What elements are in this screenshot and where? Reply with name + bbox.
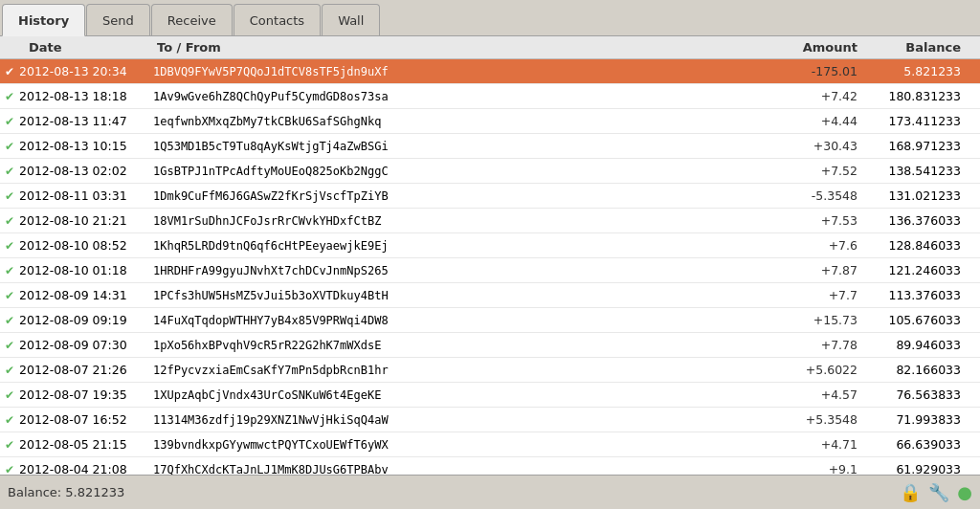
tx-balance: 168.971233 xyxy=(865,139,980,153)
tx-balance: 136.376033 xyxy=(865,213,980,228)
column-headers: Date To / From Amount Balance xyxy=(0,36,980,59)
tx-date: 2012-08-07 19:35 xyxy=(19,387,153,402)
table-row[interactable]: ✔2012-08-09 14:311PCfs3hUW5HsMZ5vJui5b3o… xyxy=(0,283,980,308)
tx-amount: +7.78 xyxy=(698,338,865,352)
tx-date: 2012-08-09 14:31 xyxy=(19,288,153,302)
lock-icon[interactable]: 🔒 xyxy=(900,482,921,502)
table-row[interactable]: ✔2012-08-11 03:311Dmk9CuFfM6J6GASwZ2fKrS… xyxy=(0,184,980,209)
tx-amount: +7.7 xyxy=(698,288,865,302)
tx-amount: -5.3548 xyxy=(698,188,865,203)
table-row[interactable]: ✔2012-08-13 02:021GsBTPJ1nTPcAdftyMoUEoQ… xyxy=(0,159,980,184)
check-icon: ✔ xyxy=(0,140,19,153)
tx-balance: 76.563833 xyxy=(865,387,980,402)
tx-balance: 128.846033 xyxy=(865,238,980,253)
settings-icon[interactable]: 🔧 xyxy=(928,482,949,502)
tx-amount: +7.6 xyxy=(698,238,865,253)
tx-address: 17QfXhCXdcKTaJnLJ1MmK8DJUsG6TPBAbv xyxy=(153,463,698,476)
tx-date: 2012-08-04 21:08 xyxy=(19,462,153,475)
table-row[interactable]: ✔2012-08-07 19:351XUpzAqbCjVndx43UrCoSNK… xyxy=(0,383,980,408)
tx-address: 1HRDHFrA99gyuJNvhXt7chDCvJnmNpS265 xyxy=(153,264,698,277)
tx-amount: +7.52 xyxy=(698,164,865,178)
tx-date: 2012-08-10 21:21 xyxy=(19,213,153,228)
check-icon: ✔ xyxy=(0,413,19,427)
tx-amount: +15.73 xyxy=(698,313,865,327)
table-row[interactable]: ✔2012-08-13 18:181Av9wGve6hZ8QChQyPuf5Cy… xyxy=(0,84,980,109)
tx-date: 2012-08-13 20:34 xyxy=(19,64,153,78)
date-column-header: Date xyxy=(0,40,153,55)
tx-date: 2012-08-07 21:26 xyxy=(19,363,153,377)
tx-address: 1PCfs3hUW5HsMZ5vJui5b3oXVTDkuy4BtH xyxy=(153,289,698,302)
status-bar: Balance: 5.821233 🔒 🔧 ● xyxy=(0,475,980,509)
tx-amount: +9.1 xyxy=(698,462,865,475)
tx-amount: +4.57 xyxy=(698,387,865,402)
tx-address: 1GsBTPJ1nTPcAdftyMoUEoQ825oKb2NggC xyxy=(153,165,698,178)
tx-address: 1pXo56hxBPvqhV9cR5rR22G2hK7mWXdsE xyxy=(153,339,698,352)
table-row[interactable]: ✔2012-08-07 16:5211314M36zdfj19p29XNZ1Nw… xyxy=(0,408,980,432)
table-row[interactable]: ✔2012-08-10 01:181HRDHFrA99gyuJNvhXt7chD… xyxy=(0,258,980,283)
tofrom-column-header: To / From xyxy=(153,40,698,55)
table-row[interactable]: ✔2012-08-10 08:521KhqR5LRDd9tnQ6qf6cHtPE… xyxy=(0,233,980,258)
tx-balance: 66.639033 xyxy=(865,437,980,452)
tx-balance: 105.676033 xyxy=(865,313,980,327)
tx-balance: 82.166033 xyxy=(865,363,980,377)
tx-amount: +7.42 xyxy=(698,89,865,103)
check-icon: ✔ xyxy=(0,364,19,377)
status-balance: Balance: 5.821233 xyxy=(8,485,124,499)
tx-date: 2012-08-05 21:15 xyxy=(19,437,153,452)
tx-address: 12fPycvzxiaEmCsaKfY7mPn5dpbRcnB1hr xyxy=(153,364,698,377)
check-icon: ✔ xyxy=(0,115,19,128)
tx-date: 2012-08-13 18:18 xyxy=(19,89,153,103)
check-icon: ✔ xyxy=(0,264,19,277)
tx-balance: 71.993833 xyxy=(865,412,980,427)
tx-address: 1KhqR5LRDd9tnQ6qf6cHtPEeyaewjkE9Ej xyxy=(153,239,698,253)
tx-balance: 113.376033 xyxy=(865,288,980,302)
balance-value: 5.821233 xyxy=(65,485,124,499)
amount-column-header: Amount xyxy=(698,40,865,55)
check-icon: ✔ xyxy=(0,463,19,476)
balance-column-header: Balance xyxy=(865,40,980,55)
transaction-table: ✔2012-08-13 20:341DBVQ9FYwV5P7QQoJ1dTCV8… xyxy=(0,59,980,475)
tx-address: 1Q53MD1B5cT9Tu8qAyKsWtjgTj4aZwBSGi xyxy=(153,140,698,153)
tx-balance: 131.021233 xyxy=(865,188,980,203)
table-row[interactable]: ✔2012-08-13 10:151Q53MD1B5cT9Tu8qAyKsWtj… xyxy=(0,134,980,159)
tx-date: 2012-08-07 16:52 xyxy=(19,412,153,427)
balance-label: Balance: xyxy=(8,485,61,499)
tx-address: 18VM1rSuDhnJCFoJsrRrCWvkYHDxfCtBZ xyxy=(153,214,698,228)
tab-send[interactable]: Send xyxy=(86,4,150,35)
table-row[interactable]: ✔2012-08-05 21:15139bvndkxpGYywmwctPQYTC… xyxy=(0,432,980,457)
tab-wall[interactable]: Wall xyxy=(322,4,380,35)
tab-receive[interactable]: Receive xyxy=(151,4,233,35)
table-row[interactable]: ✔2012-08-09 09:1914FuXqTqdopWTHHY7yB4x85… xyxy=(0,308,980,333)
check-icon: ✔ xyxy=(0,165,19,178)
check-icon: ✔ xyxy=(0,90,19,103)
table-row[interactable]: ✔2012-08-13 20:341DBVQ9FYwV5P7QQoJ1dTCV8… xyxy=(0,59,980,84)
tx-date: 2012-08-11 03:31 xyxy=(19,188,153,203)
check-icon: ✔ xyxy=(0,314,19,327)
table-row[interactable]: ✔2012-08-04 21:0817QfXhCXdcKTaJnLJ1MmK8D… xyxy=(0,457,980,475)
check-icon: ✔ xyxy=(0,239,19,253)
tx-date: 2012-08-09 09:19 xyxy=(19,313,153,327)
check-icon: ✔ xyxy=(0,65,19,78)
table-row[interactable]: ✔2012-08-09 07:301pXo56hxBPvqhV9cR5rR22G… xyxy=(0,333,980,358)
status-icons: 🔒 🔧 ● xyxy=(900,482,972,502)
tx-balance: 61.929033 xyxy=(865,462,980,475)
tx-address: 1Av9wGve6hZ8QChQyPuf5CymdGD8os73sa xyxy=(153,90,698,103)
check-icon: ✔ xyxy=(0,388,19,402)
tab-history[interactable]: History xyxy=(2,4,85,36)
tx-date: 2012-08-13 11:47 xyxy=(19,114,153,128)
table-row[interactable]: ✔2012-08-10 21:2118VM1rSuDhnJCFoJsrRrCWv… xyxy=(0,209,980,233)
tx-amount: +5.3548 xyxy=(698,412,865,427)
check-icon: ✔ xyxy=(0,339,19,352)
check-icon: ✔ xyxy=(0,438,19,452)
tx-address: 139bvndkxpGYywmwctPQYTCxoUEWfT6yWX xyxy=(153,438,698,452)
tx-date: 2012-08-09 07:30 xyxy=(19,338,153,352)
table-row[interactable]: ✔2012-08-13 11:471eqfwnbXMxqZbMy7tkCBkU6… xyxy=(0,109,980,134)
check-icon: ✔ xyxy=(0,214,19,228)
tx-balance: 89.946033 xyxy=(865,338,980,352)
tab-contacts[interactable]: Contacts xyxy=(234,4,321,35)
tx-balance: 138.541233 xyxy=(865,164,980,178)
tx-amount: -175.01 xyxy=(698,64,865,78)
tx-address: 1DBVQ9FYwV5P7QQoJ1dTCV8sTF5jdn9uXf xyxy=(153,65,698,78)
table-row[interactable]: ✔2012-08-07 21:2612fPycvzxiaEmCsaKfY7mPn… xyxy=(0,358,980,383)
tx-address: 14FuXqTqdopWTHHY7yB4x85V9PRWqi4DW8 xyxy=(153,314,698,327)
